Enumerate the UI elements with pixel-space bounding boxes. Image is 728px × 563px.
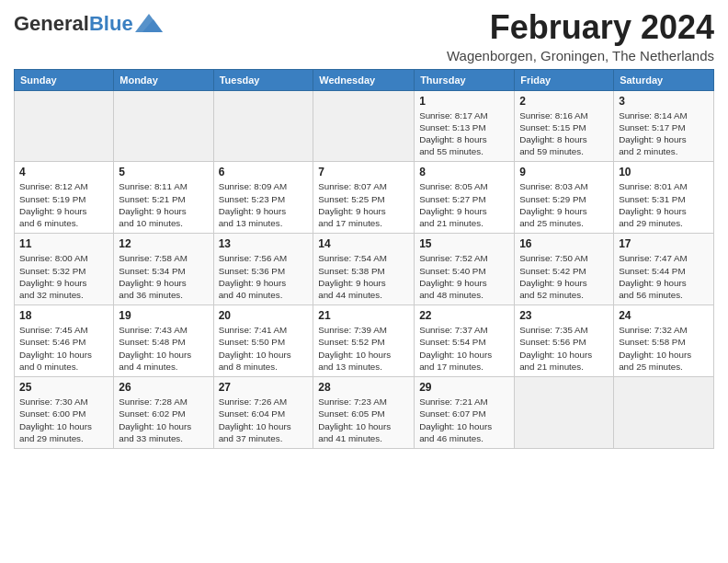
day-info: Sunrise: 8:09 AMSunset: 5:23 PMDaylight:… [219, 180, 309, 229]
day-cell: 8Sunrise: 8:05 AMSunset: 5:27 PMDaylight… [415, 162, 515, 234]
day-cell: 11Sunrise: 8:00 AMSunset: 5:32 PMDayligh… [15, 234, 114, 305]
calendar-table: Sunday Monday Tuesday Wednesday Thursday… [14, 69, 714, 449]
col-thursday: Thursday [415, 69, 515, 90]
day-number: 25 [19, 381, 108, 394]
day-info: Sunrise: 7:35 AMSunset: 5:56 PMDaylight:… [519, 324, 609, 373]
logo: GeneralBlue [14, 13, 163, 35]
day-number: 28 [318, 381, 409, 394]
day-number: 13 [219, 237, 309, 250]
day-number: 22 [419, 309, 509, 322]
col-tuesday: Tuesday [213, 69, 313, 90]
day-info: Sunrise: 7:47 AMSunset: 5:44 PMDaylight:… [619, 252, 709, 301]
day-info: Sunrise: 7:23 AMSunset: 6:05 PMDaylight:… [318, 396, 409, 444]
day-number: 27 [219, 381, 309, 394]
day-info: Sunrise: 7:54 AMSunset: 5:38 PMDaylight:… [318, 252, 409, 301]
day-cell: 23Sunrise: 7:35 AMSunset: 5:56 PMDayligh… [515, 305, 614, 377]
day-cell [313, 90, 415, 162]
day-cell: 17Sunrise: 7:47 AMSunset: 5:44 PMDayligh… [614, 234, 714, 305]
day-number: 7 [318, 166, 409, 178]
day-cell: 21Sunrise: 7:39 AMSunset: 5:52 PMDayligh… [313, 305, 415, 377]
day-number: 1 [419, 95, 509, 108]
day-number: 9 [519, 166, 609, 178]
week-row-4: 18Sunrise: 7:45 AMSunset: 5:46 PMDayligh… [15, 305, 714, 377]
day-number: 15 [419, 237, 509, 250]
day-info: Sunrise: 8:14 AMSunset: 5:17 PMDaylight:… [619, 109, 709, 158]
col-saturday: Saturday [614, 69, 714, 90]
day-cell: 14Sunrise: 7:54 AMSunset: 5:38 PMDayligh… [313, 234, 415, 305]
day-info: Sunrise: 8:05 AMSunset: 5:27 PMDaylight:… [419, 180, 509, 229]
day-info: Sunrise: 7:50 AMSunset: 5:42 PMDaylight:… [519, 252, 609, 301]
day-number: 26 [119, 381, 208, 394]
day-cell [614, 377, 714, 449]
day-cell: 2Sunrise: 8:16 AMSunset: 5:15 PMDaylight… [515, 90, 614, 162]
calendar-body: 1Sunrise: 8:17 AMSunset: 5:13 PMDaylight… [15, 90, 714, 448]
day-cell: 9Sunrise: 8:03 AMSunset: 5:29 PMDaylight… [515, 162, 614, 234]
day-info: Sunrise: 7:21 AMSunset: 6:07 PMDaylight:… [419, 396, 509, 444]
day-number: 16 [519, 237, 609, 250]
day-cell: 29Sunrise: 7:21 AMSunset: 6:07 PMDayligh… [415, 377, 515, 449]
day-info: Sunrise: 7:30 AMSunset: 6:00 PMDaylight:… [19, 396, 108, 444]
day-info: Sunrise: 7:43 AMSunset: 5:48 PMDaylight:… [119, 324, 208, 373]
col-monday: Monday [114, 69, 213, 90]
day-cell: 26Sunrise: 7:28 AMSunset: 6:02 PMDayligh… [114, 377, 213, 449]
day-number: 3 [619, 95, 709, 108]
week-row-2: 4Sunrise: 8:12 AMSunset: 5:19 PMDaylight… [15, 162, 714, 234]
day-number: 5 [119, 166, 208, 178]
day-number: 19 [119, 309, 208, 322]
day-cell: 24Sunrise: 7:32 AMSunset: 5:58 PMDayligh… [614, 305, 714, 377]
day-info: Sunrise: 7:39 AMSunset: 5:52 PMDaylight:… [318, 324, 409, 373]
day-cell: 10Sunrise: 8:01 AMSunset: 5:31 PMDayligh… [614, 162, 714, 234]
day-number: 14 [318, 237, 409, 250]
logo-icon [135, 12, 163, 34]
day-cell: 19Sunrise: 7:43 AMSunset: 5:48 PMDayligh… [114, 305, 213, 377]
day-number: 2 [519, 95, 609, 108]
day-info: Sunrise: 8:17 AMSunset: 5:13 PMDaylight:… [419, 109, 509, 158]
day-number: 24 [619, 309, 709, 322]
day-info: Sunrise: 7:37 AMSunset: 5:54 PMDaylight:… [419, 324, 509, 373]
week-row-5: 25Sunrise: 7:30 AMSunset: 6:00 PMDayligh… [15, 377, 714, 449]
day-cell: 22Sunrise: 7:37 AMSunset: 5:54 PMDayligh… [415, 305, 515, 377]
day-info: Sunrise: 8:16 AMSunset: 5:15 PMDaylight:… [519, 109, 609, 158]
month-title: February 2024 [447, 9, 714, 46]
day-cell: 18Sunrise: 7:45 AMSunset: 5:46 PMDayligh… [15, 305, 114, 377]
day-info: Sunrise: 8:03 AMSunset: 5:29 PMDaylight:… [519, 180, 609, 229]
day-info: Sunrise: 8:12 AMSunset: 5:19 PMDaylight:… [19, 180, 108, 229]
day-number: 10 [619, 166, 709, 178]
day-number: 21 [318, 309, 409, 322]
week-row-3: 11Sunrise: 8:00 AMSunset: 5:32 PMDayligh… [15, 234, 714, 305]
day-cell: 27Sunrise: 7:26 AMSunset: 6:04 PMDayligh… [213, 377, 313, 449]
day-info: Sunrise: 7:41 AMSunset: 5:50 PMDaylight:… [219, 324, 309, 373]
day-cell [515, 377, 614, 449]
day-info: Sunrise: 8:11 AMSunset: 5:21 PMDaylight:… [119, 180, 208, 229]
day-info: Sunrise: 8:01 AMSunset: 5:31 PMDaylight:… [619, 180, 709, 229]
day-info: Sunrise: 7:56 AMSunset: 5:36 PMDaylight:… [219, 252, 309, 301]
day-info: Sunrise: 7:32 AMSunset: 5:58 PMDaylight:… [619, 324, 709, 373]
day-info: Sunrise: 8:00 AMSunset: 5:32 PMDaylight:… [19, 252, 108, 301]
day-number: 20 [219, 309, 309, 322]
header: GeneralBlue February 2024 Wagenborgen, G… [14, 9, 714, 63]
day-cell [15, 90, 114, 162]
calendar-header-row: Sunday Monday Tuesday Wednesday Thursday… [15, 69, 714, 90]
week-row-1: 1Sunrise: 8:17 AMSunset: 5:13 PMDaylight… [15, 90, 714, 162]
location-title: Wagenborgen, Groningen, The Netherlands [447, 48, 714, 63]
day-number: 12 [119, 237, 208, 250]
logo-general: General [14, 12, 89, 35]
day-info: Sunrise: 7:26 AMSunset: 6:04 PMDaylight:… [219, 396, 309, 444]
day-number: 29 [419, 381, 509, 394]
day-info: Sunrise: 8:07 AMSunset: 5:25 PMDaylight:… [318, 180, 409, 229]
day-number: 18 [19, 309, 108, 322]
day-info: Sunrise: 7:28 AMSunset: 6:02 PMDaylight:… [119, 396, 208, 444]
logo-text: GeneralBlue [14, 13, 133, 35]
title-block: February 2024 Wagenborgen, Groningen, Th… [447, 9, 714, 63]
day-cell: 3Sunrise: 8:14 AMSunset: 5:17 PMDaylight… [614, 90, 714, 162]
day-cell [213, 90, 313, 162]
day-cell [114, 90, 213, 162]
day-cell: 5Sunrise: 8:11 AMSunset: 5:21 PMDaylight… [114, 162, 213, 234]
day-info: Sunrise: 7:58 AMSunset: 5:34 PMDaylight:… [119, 252, 208, 301]
day-cell: 7Sunrise: 8:07 AMSunset: 5:25 PMDaylight… [313, 162, 415, 234]
col-sunday: Sunday [15, 69, 114, 90]
day-cell: 13Sunrise: 7:56 AMSunset: 5:36 PMDayligh… [213, 234, 313, 305]
day-info: Sunrise: 7:45 AMSunset: 5:46 PMDaylight:… [19, 324, 108, 373]
day-cell: 6Sunrise: 8:09 AMSunset: 5:23 PMDaylight… [213, 162, 313, 234]
day-number: 23 [519, 309, 609, 322]
